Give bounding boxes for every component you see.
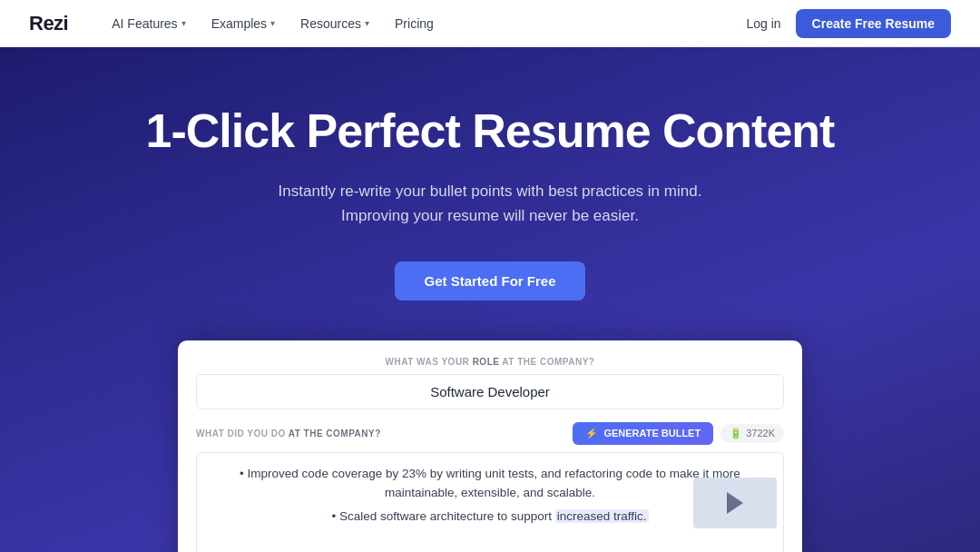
hero-subtitle: Instantly re-write your bullet points wi… bbox=[29, 179, 951, 228]
demo-card: WHAT WAS YOUR ROLE AT THE COMPANY? Softw… bbox=[178, 340, 802, 552]
role-field-label: WHAT WAS YOUR ROLE AT THE COMPANY? bbox=[196, 357, 784, 367]
token-badge: 🔋 3722K bbox=[720, 424, 784, 443]
role-input[interactable]: Software Developer bbox=[196, 374, 784, 409]
chevron-down-icon: ▾ bbox=[270, 18, 275, 28]
nav-right: Log in Create Free Resume bbox=[746, 9, 951, 38]
nav-item-resources[interactable]: Resources ▾ bbox=[289, 11, 380, 36]
bullet-textarea-wrapper: • Improved code coverage by 23% by writi… bbox=[196, 452, 784, 552]
nav-item-examples[interactable]: Examples ▾ bbox=[201, 11, 286, 36]
generate-bullet-button[interactable]: ⚡ GENERATE BULLET bbox=[573, 422, 713, 445]
lightning-icon: ⚡ bbox=[585, 428, 598, 439]
did-field-row: WHAT DID YOU DO AT THE COMPANY? ⚡ GENERA… bbox=[196, 422, 784, 445]
get-started-button[interactable]: Get Started For Free bbox=[395, 261, 584, 301]
bullet-line-1: • Improved code coverage by 23% by writi… bbox=[210, 464, 770, 503]
nav-item-pricing[interactable]: Pricing bbox=[384, 11, 445, 36]
did-field-label: WHAT DID YOU DO AT THE COMPANY? bbox=[196, 429, 381, 439]
hero-heading: 1-Click Perfect Resume Content bbox=[29, 105, 951, 157]
token-icon: 🔋 bbox=[730, 428, 742, 439]
generate-row: ⚡ GENERATE BULLET 🔋 3722K bbox=[573, 422, 784, 445]
bullet-line-2: • Scaled software architecture to suppor… bbox=[210, 507, 770, 527]
logo: Rezi bbox=[29, 12, 68, 35]
hero-section: 1-Click Perfect Resume Content Instantly… bbox=[0, 47, 980, 552]
login-link[interactable]: Log in bbox=[746, 16, 780, 31]
play-icon bbox=[727, 492, 743, 514]
nav-links: AI Features ▾ Examples ▾ Resources ▾ Pri… bbox=[101, 11, 746, 36]
navbar: Rezi AI Features ▾ Examples ▾ Resources … bbox=[0, 0, 980, 47]
chevron-down-icon: ▾ bbox=[365, 18, 369, 28]
video-thumbnail[interactable] bbox=[693, 478, 777, 528]
create-free-resume-button[interactable]: Create Free Resume bbox=[796, 9, 951, 38]
nav-item-ai-features[interactable]: AI Features ▾ bbox=[101, 11, 196, 36]
chevron-down-icon: ▾ bbox=[181, 18, 186, 28]
